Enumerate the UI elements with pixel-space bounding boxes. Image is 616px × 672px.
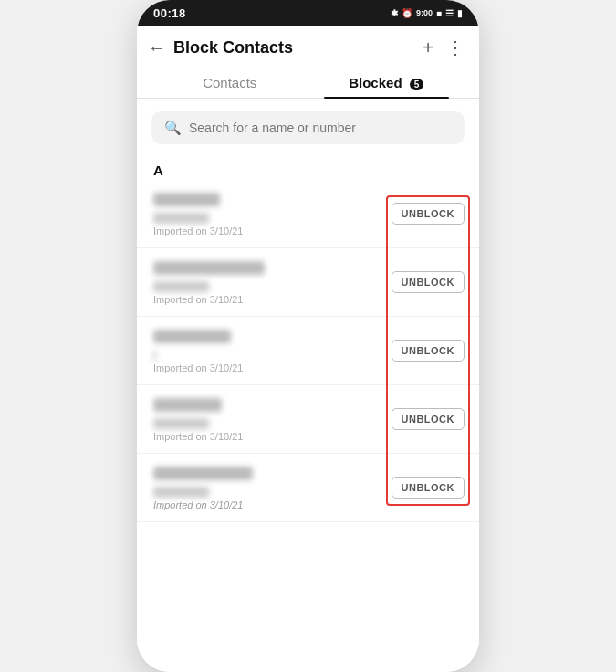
contact-info: AC - Almost Call 0488888888 Imported on … [153,465,382,510]
unblock-button-0[interactable]: UNBLOCK [392,203,465,225]
top-bar: ← Block Contacts + ⋮ [137,26,479,66]
contact-name: Account Replicate [153,261,265,275]
phone-frame: 00:18 ✱ ⏰ 9:00 ■ ☰ ▮ ← Block Contacts + … [137,0,479,672]
contact-name: AC - Almost Call [153,467,253,480]
contact-info: Autocreate 0411111111 Imported on 3/10/2… [153,191,382,236]
contact-imported: Imported on 3/10/21 [153,226,382,236]
tab-contacts-label: Contacts [203,75,256,90]
status-bar: 00:18 ✱ ⏰ 9:00 ■ ☰ ▮ [137,0,479,26]
wifi-icon: ■ [436,8,442,18]
page-title: Block Contacts [173,38,293,58]
contact-number: 0499999999 [153,418,209,429]
back-button[interactable]: ← [148,38,166,57]
contact-name: Account Info [153,330,231,343]
contact-info: AC - Admin 0499999999 Imported on 3/10/2… [153,396,382,442]
tabs-bar: Contacts Blocked 5 [137,66,479,99]
contact-name: AC - Admin [153,398,222,412]
battery-icon: ▮ [457,8,463,18]
contact-number: 0488888888 [153,487,209,498]
contact-imported: Imported on 3/10/21 [153,499,382,510]
app-content: ← Block Contacts + ⋮ Contacts Blocked 5 … [137,26,479,672]
contact-imported: Imported on 3/10/21 [153,431,382,442]
status-time: 00:18 [153,6,186,20]
tab-blocked[interactable]: Blocked 5 [308,66,465,98]
contacts-list: A Autocreate 0411111111 Imported on 3/10… [137,152,479,672]
unblock-button-2[interactable]: UNBLOCK [392,340,465,362]
top-bar-right: + ⋮ [423,37,465,58]
blocked-count-badge: 5 [410,79,424,90]
contact-item: AC - Admin 0499999999 Imported on 3/10/2… [137,385,479,454]
alarm-icon: ⏰ [402,8,412,18]
contact-imported: Imported on 3/10/21 [153,362,382,373]
contact-number: 0411111111 [153,213,209,224]
search-icon: 🔍 [164,120,182,136]
contact-item: Autocreate 0411111111 Imported on 3/10/2… [137,180,479,248]
contact-number [153,350,156,361]
contact-item: Account Info Imported on 3/10/21 UNBLOCK [137,317,479,385]
signal-icon: ☰ [445,8,454,18]
signal-text: 9:00 [416,8,433,17]
bluetooth-icon: ✱ [391,8,398,18]
contact-number: 0444444444 [153,281,209,292]
contact-info: Account Replicate 0444444444 Imported on… [153,259,382,305]
status-icons: ✱ ⏰ 9:00 ■ ☰ ▮ [391,8,463,18]
section-header-a: A [137,159,479,180]
add-button[interactable]: + [423,37,433,58]
contact-item: Account Replicate 0444444444 Imported on… [137,248,479,317]
unblock-button-3[interactable]: UNBLOCK [392,408,465,430]
contact-info: Account Info Imported on 3/10/21 [153,328,382,373]
contact-name: Autocreate [153,193,220,206]
unblock-button-4[interactable]: UNBLOCK [392,477,465,499]
top-bar-left: ← Block Contacts [148,38,293,58]
unblock-button-1[interactable]: UNBLOCK [392,271,465,293]
search-bar: 🔍 [151,111,465,144]
contact-item: AC - Almost Call 0488888888 Imported on … [137,454,479,522]
tab-contacts[interactable]: Contacts [151,66,308,98]
contact-imported: Imported on 3/10/21 [153,294,382,305]
more-button[interactable]: ⋮ [446,37,465,58]
tab-blocked-label: Blocked [349,75,402,90]
search-input[interactable] [189,121,452,135]
